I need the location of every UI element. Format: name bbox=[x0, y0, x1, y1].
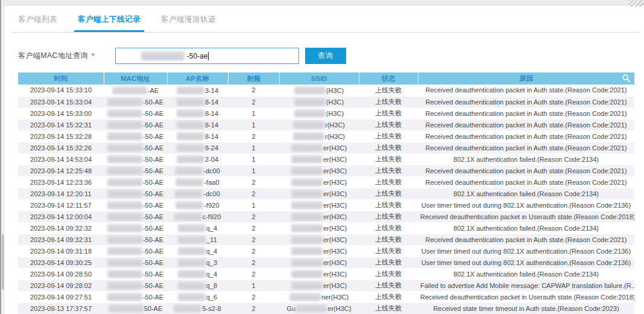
redacted-ap-name bbox=[178, 236, 206, 243]
col-header-time: 时间 bbox=[18, 72, 104, 85]
record-row[interactable]: 2023-09-14 12:20:11 -50-AE -dc00 2 er(H3… bbox=[18, 188, 634, 199]
redacted-ssid bbox=[291, 270, 323, 278]
tab-client-roaming-track[interactable]: 客户端漫游轨迹 bbox=[161, 14, 216, 32]
record-row[interactable]: 2023-09-14 12:11:57 -50-AE -f920 1 er(H3… bbox=[18, 199, 634, 211]
cell-radio: 2 bbox=[228, 268, 279, 280]
record-row[interactable]: 2023-09-14 09:31:18 -50-AE q_4 2 er(H3C)… bbox=[18, 245, 634, 257]
cell-mac-address: -50-AE bbox=[104, 257, 167, 268]
record-row[interactable]: 2023-09-14 15:32:26 -50-AE 8-24 1 er(H3C… bbox=[18, 142, 634, 153]
left-scrollbar[interactable] bbox=[0, 0, 4, 314]
redacted-ssid bbox=[291, 281, 323, 289]
cell-time: 2023-09-14 09:31:18 bbox=[18, 245, 104, 257]
record-row[interactable]: 2023-09-14 15:32:31 -50-AE 8-14 1 r(H3C)… bbox=[18, 119, 634, 130]
cell-ssid: er(H3C) bbox=[279, 142, 359, 153]
record-row[interactable]: 2023-09-14 15:32:28 -50-AE 8-14 2 r(H3C)… bbox=[18, 130, 634, 142]
cell-ssid: Guer(H3C) bbox=[279, 303, 359, 314]
cell-time: 2023-09-14 09:30:25 bbox=[18, 257, 104, 268]
cell-mac-address: -50-AE bbox=[104, 176, 167, 188]
cell-ap-name: q_6 bbox=[167, 291, 228, 303]
cell-ssid: er(H3C) bbox=[279, 222, 359, 234]
cell-mac-address: -50-AE bbox=[104, 211, 167, 222]
cell-reason: 802.1X authentication failed.(Reason Cod… bbox=[418, 268, 634, 280]
cell-radio: 1 bbox=[228, 153, 279, 165]
record-row[interactable]: 2023-09-14 15:33:00 -50-AE 8-14 1 (H3C) … bbox=[18, 107, 634, 119]
cell-mac-address: -AE bbox=[104, 85, 167, 96]
redacted-mac bbox=[107, 270, 142, 278]
cell-time: 2023-09-13 17:37:57 bbox=[18, 303, 104, 314]
record-row[interactable]: 2023-09-14 09:28:50 -50-AE q_4 2 er(H3C)… bbox=[18, 268, 634, 280]
cell-mac-address: -50-AE bbox=[104, 234, 167, 245]
redacted-ap-name bbox=[175, 190, 203, 197]
record-row[interactable]: 2023-09-14 09:27:51 -50-AE q_6 2 ner(H3C… bbox=[18, 291, 634, 303]
cell-status: 上线失败 bbox=[359, 85, 418, 96]
record-row[interactable]: 2023-09-14 12:25:48 -50-AE -dc00 1 er(H3… bbox=[18, 165, 634, 176]
record-row[interactable]: 2023-09-14 09:32:32 -50-AE q_4 2 er(H3C)… bbox=[18, 222, 634, 234]
scrollbar-thumb[interactable] bbox=[2, 234, 4, 290]
cell-mac-address: -50-AE bbox=[104, 165, 167, 176]
record-row[interactable]: 2023-09-14 09:32:31 -50-AE _11 2 er(H3C)… bbox=[18, 234, 634, 245]
redacted-ap-name bbox=[175, 201, 203, 209]
redacted-ap-name bbox=[177, 121, 204, 129]
cell-ssid: er(H3C) bbox=[279, 234, 359, 245]
cell-mac-address: -50-AE bbox=[104, 142, 167, 153]
search-icon[interactable] bbox=[622, 74, 631, 83]
record-row[interactable]: 2023-09-14 09:28:02 -50-AE q_8 1 er(H3C)… bbox=[18, 280, 634, 291]
redacted-mac bbox=[107, 281, 142, 289]
cell-status: 上线失败 bbox=[359, 176, 418, 188]
cell-ap-name: 2-04 bbox=[167, 153, 228, 165]
cell-ssid: r(H3C) bbox=[279, 119, 359, 130]
redacted-mac bbox=[107, 121, 142, 129]
cell-reason: Received state timer timeout in Auth sta… bbox=[418, 303, 634, 314]
redacted-mac bbox=[107, 258, 142, 266]
record-row[interactable]: 2023-09-14 12:00:04 -50-AE c-f920 2 er(H… bbox=[18, 211, 634, 222]
cell-time: 2023-09-14 15:32:26 bbox=[18, 142, 104, 153]
col-header-mac: MAC地址 bbox=[104, 72, 167, 85]
tab-client-online-offline-records[interactable]: 客户端上下线记录 bbox=[78, 14, 140, 32]
cell-status: 上线失败 bbox=[359, 142, 418, 153]
redacted-ap-name bbox=[177, 98, 204, 106]
cell-status: 上线失败 bbox=[359, 268, 418, 280]
col-header-ssid: SSID bbox=[279, 72, 359, 85]
record-row[interactable]: 2023-09-14 09:30:25 -50-AE q_3 2 er(H3C)… bbox=[18, 257, 634, 268]
redacted-ssid bbox=[295, 304, 327, 312]
cell-ssid: er(H3C) bbox=[279, 211, 359, 222]
cell-reason: Received deauthentication packet in Auth… bbox=[418, 165, 634, 176]
cell-ap-name: -dc00 bbox=[167, 188, 228, 199]
cell-status: 上线失败 bbox=[359, 96, 418, 107]
cell-ap-name: 5-s2-8 bbox=[167, 303, 228, 314]
col-header-status: 状态 bbox=[359, 72, 418, 85]
cell-radio: 2 bbox=[228, 211, 279, 222]
query-button[interactable]: 查询 bbox=[305, 48, 346, 64]
mac-query-row: 客户端MAC地址查询 * -50-ae 查询 bbox=[18, 48, 640, 64]
cell-status: 上线失败 bbox=[359, 188, 418, 199]
redacted-mac bbox=[107, 132, 142, 140]
cell-mac-address: -50-AE bbox=[104, 153, 167, 165]
redacted-ssid bbox=[291, 213, 323, 220]
record-row[interactable]: 2023-09-13 17:37:57 50-AE 5-s2-8 2 Guer(… bbox=[18, 303, 634, 314]
cell-ap-name: q_4 bbox=[167, 268, 228, 280]
col-header-radio: 射频 bbox=[228, 72, 279, 85]
reason-header-label: 原因 bbox=[519, 75, 533, 82]
cell-time: 2023-09-14 12:20:11 bbox=[18, 188, 104, 199]
redacted-ssid bbox=[291, 167, 323, 175]
redacted-mac bbox=[107, 247, 142, 255]
record-row[interactable]: 2023-09-14 12:23:36 -50-AE -faa0 2 er(H3… bbox=[18, 176, 634, 188]
cell-ssid: (H3C) bbox=[279, 107, 359, 119]
cell-status: 上线失败 bbox=[359, 245, 418, 257]
redacted-ap-name bbox=[178, 293, 206, 301]
redacted-mac bbox=[107, 293, 142, 301]
record-row[interactable]: 2023-09-14 15:33:10 -AE 3-14 2 (H3C) 上线失… bbox=[18, 85, 634, 96]
redacted-mac bbox=[107, 236, 142, 243]
record-row[interactable]: 2023-09-14 15:33:04 -50-AE 8-14 2 (H3C) … bbox=[18, 96, 634, 107]
cell-ssid: er(H3C) bbox=[279, 257, 359, 268]
redacted-ssid bbox=[291, 224, 323, 232]
mac-address-input[interactable]: -50-ae bbox=[115, 48, 299, 64]
cell-ap-name: -faa0 bbox=[167, 176, 228, 188]
table-header-row: 时间 MAC地址 AP名称 射频 SSID 状态 原因 bbox=[18, 72, 634, 85]
cell-status: 上线失败 bbox=[359, 257, 418, 268]
cell-reason: 802.1X authentication failed.(Reason Cod… bbox=[418, 153, 634, 165]
cell-status: 上线失败 bbox=[359, 222, 418, 234]
tab-client-list[interactable]: 客户端列表 bbox=[18, 14, 57, 32]
cell-ssid: er(H3C) bbox=[279, 188, 359, 199]
record-row[interactable]: 2023-09-14 14:53:04 -50-AE 2-04 1 er(H3C… bbox=[18, 153, 634, 165]
